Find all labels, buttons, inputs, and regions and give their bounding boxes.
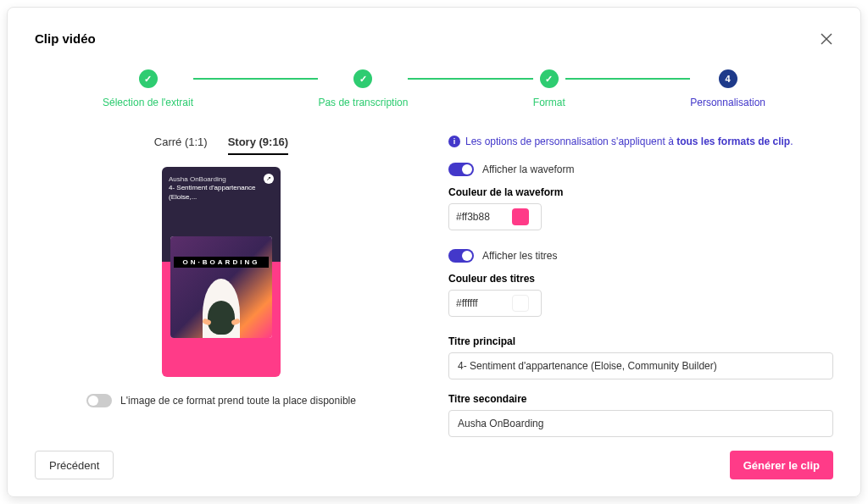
format-tabs: Carré (1:1) Story (9:16) xyxy=(154,136,288,155)
step-transcription: ✓ Pas de transcription xyxy=(318,69,408,108)
info-bold: tous les formats de clip xyxy=(676,136,790,147)
prev-button[interactable]: Précédent xyxy=(35,451,114,479)
main-title-label: Titre principal xyxy=(448,335,833,347)
tab-story[interactable]: Story (9:16) xyxy=(228,136,289,155)
titles-color-label: Couleur des titres xyxy=(448,273,833,285)
preview-line1: Ausha OnBoarding xyxy=(169,175,274,184)
stepper: ✓ Sélection de l'extrait ✓ Pas de transc… xyxy=(35,69,833,108)
waveform-color-group: Couleur de la waveform xyxy=(448,186,833,230)
clip-preview: ↗ Ausha OnBoarding 4- Sentiment d'appart… xyxy=(162,167,281,377)
step-line xyxy=(565,78,690,80)
fullsize-toggle[interactable] xyxy=(86,394,112,407)
secondary-title-group: Titre secondaire xyxy=(448,393,833,437)
titles-toggle[interactable] xyxy=(448,249,474,263)
modal-header: Clip vidéo xyxy=(35,31,833,46)
info-text: Les options de personnalisation s'appliq… xyxy=(465,136,793,147)
titles-swatch[interactable] xyxy=(512,295,529,312)
waveform-toggle-label: Afficher la waveform xyxy=(482,163,575,175)
waveform-color-input-wrap xyxy=(448,203,542,230)
preview-cover: ON·BOARDING xyxy=(170,236,272,338)
tab-carre[interactable]: Carré (1:1) xyxy=(154,136,208,155)
step-label: Sélection de l'extrait xyxy=(103,97,193,108)
info-icon: i xyxy=(448,136,460,147)
generate-button[interactable]: Générer le clip xyxy=(730,451,833,479)
info-prefix: Les options de personnalisation s'appliq… xyxy=(465,136,676,147)
secondary-title-label: Titre secondaire xyxy=(448,393,833,405)
step-label: Pas de transcription xyxy=(318,97,408,108)
modal-title: Clip vidéo xyxy=(35,31,96,46)
titles-color-input[interactable] xyxy=(456,297,507,309)
check-icon: ✓ xyxy=(139,69,158,88)
step-personnalisation: 4 Personnalisation xyxy=(690,69,765,108)
secondary-title-input[interactable] xyxy=(448,410,833,437)
titles-toggle-label: Afficher les titres xyxy=(482,250,557,262)
step-line xyxy=(408,78,532,80)
main-title-group: Titre principal xyxy=(448,335,833,379)
modal-body: Carré (1:1) Story (9:16) ↗ Ausha OnBoard… xyxy=(35,136,833,440)
modal-footer: Précédent Générer le clip xyxy=(35,440,833,479)
left-panel: Carré (1:1) Story (9:16) ↗ Ausha OnBoard… xyxy=(35,136,408,440)
preview-line2: 4- Sentiment d'appartenance (Eloise,... xyxy=(169,184,274,202)
titles-color-input-wrap xyxy=(448,290,542,317)
fullsize-toggle-label: L'image de ce format prend toute la plac… xyxy=(120,395,356,407)
titles-toggle-row: Afficher les titres xyxy=(448,249,833,263)
check-icon: ✓ xyxy=(353,69,372,88)
waveform-color-label: Couleur de la waveform xyxy=(448,186,833,198)
waveform-toggle[interactable] xyxy=(448,163,474,176)
waveform-swatch[interactable] xyxy=(512,208,529,225)
waveform-color-input[interactable] xyxy=(456,211,507,223)
info-banner: i Les options de personnalisation s'appl… xyxy=(448,136,833,147)
clip-video-modal: Clip vidéo ✓ Sélection de l'extrait ✓ Pa… xyxy=(7,7,861,497)
step-label: Format xyxy=(533,97,565,108)
right-panel: i Les options de personnalisation s'appl… xyxy=(448,136,833,440)
step-selection: ✓ Sélection de l'extrait xyxy=(103,69,193,108)
info-suffix: . xyxy=(790,136,793,147)
step-line xyxy=(193,78,318,80)
onboarding-text: ON·BOARDING xyxy=(174,257,269,268)
close-icon[interactable] xyxy=(820,32,833,46)
titles-color-group: Couleur des titres xyxy=(448,273,833,317)
check-icon: ✓ xyxy=(540,69,559,88)
main-title-input[interactable] xyxy=(448,352,833,379)
waveform-toggle-row: Afficher la waveform xyxy=(448,163,833,176)
preview-text: Ausha OnBoarding 4- Sentiment d'apparten… xyxy=(169,175,274,202)
step-format: ✓ Format xyxy=(533,69,565,108)
step-label: Personnalisation xyxy=(690,97,765,108)
step-number: 4 xyxy=(719,69,737,88)
fullsize-toggle-row: L'image de ce format prend toute la plac… xyxy=(86,394,356,407)
